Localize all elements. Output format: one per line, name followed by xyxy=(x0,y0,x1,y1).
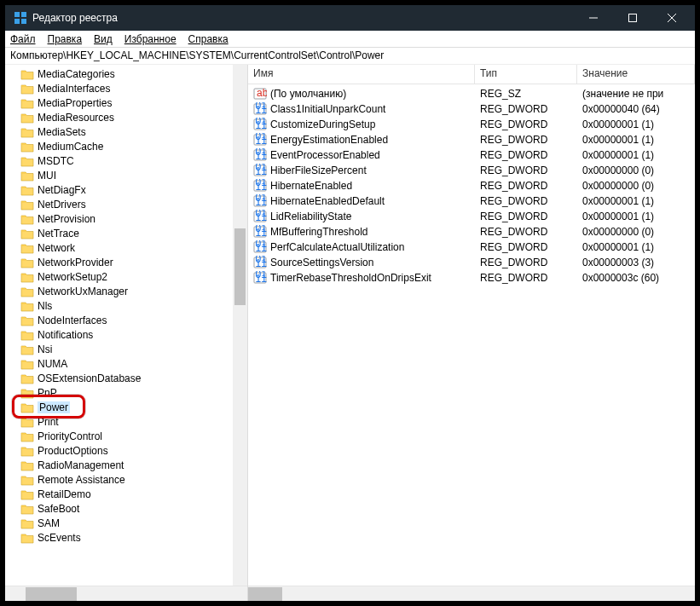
tree-item[interactable]: Notifications xyxy=(9,327,247,342)
list-row[interactable]: EnergyEstimationEnabledREG_DWORD0x000000… xyxy=(248,132,695,147)
folder-icon xyxy=(20,184,34,196)
tree-item[interactable]: Nsi xyxy=(9,342,247,356)
folder-icon xyxy=(20,488,34,500)
tree-item[interactable]: MSDTC xyxy=(9,153,247,168)
list-row[interactable]: (По умолчанию)REG_SZ(значение не при xyxy=(248,86,695,101)
minimize-button[interactable] xyxy=(574,5,613,31)
folder-icon xyxy=(20,126,34,138)
tree-horizontal-scrollbar[interactable] xyxy=(5,586,247,601)
folder-icon xyxy=(20,358,34,370)
close-button[interactable] xyxy=(652,5,691,31)
tree-item[interactable]: NetProvision xyxy=(9,211,247,226)
tree-item[interactable]: Network xyxy=(9,240,247,255)
folder-icon xyxy=(20,155,34,167)
column-value[interactable]: Значение xyxy=(577,65,695,84)
tree-item[interactable]: Remote Assistance xyxy=(9,472,247,487)
column-type[interactable]: Тип xyxy=(475,65,577,84)
tree-item[interactable]: MUI xyxy=(9,168,247,182)
tree-item[interactable]: NetDiagFx xyxy=(9,182,247,197)
folder-icon xyxy=(20,68,34,80)
tree-item-label: RetailDemo xyxy=(38,488,91,500)
tree-vertical-scrollbar[interactable] xyxy=(233,65,247,586)
tree-item[interactable]: ScEvents xyxy=(9,530,247,545)
tree-item[interactable]: MediaSets xyxy=(9,124,247,139)
tree-item-label: MediaInterfaces xyxy=(38,83,110,95)
tree-item-label: OSExtensionDatabase xyxy=(38,372,141,384)
value-data: 0x00000000 (0) xyxy=(577,226,695,238)
menu-edit[interactable]: Правка xyxy=(48,33,83,45)
svg-rect-5 xyxy=(629,14,637,22)
tree-item[interactable]: Print xyxy=(9,414,247,429)
tree-item[interactable]: NetDrivers xyxy=(9,197,247,211)
folder-icon xyxy=(20,343,34,355)
tree-item[interactable]: NetworkProvider xyxy=(9,255,247,269)
tree-item[interactable]: MediaProperties xyxy=(9,95,247,110)
tree[interactable]: MediaCategoriesMediaInterfacesMediaPrope… xyxy=(5,65,247,586)
svg-rect-0 xyxy=(14,12,20,17)
tree-item[interactable]: NetworkUxManager xyxy=(9,284,247,298)
menu-view[interactable]: Вид xyxy=(94,33,113,45)
tree-item[interactable]: OSExtensionDatabase xyxy=(9,371,247,385)
tree-item-label: Nsi xyxy=(38,343,52,355)
tree-item[interactable]: RadioManagement xyxy=(9,458,247,472)
list-row[interactable]: EventProcessorEnabledREG_DWORD0x00000001… xyxy=(248,147,695,163)
tree-item-label: Network xyxy=(38,242,75,254)
value-name: Class1InitialUnparkCount xyxy=(270,103,385,115)
menu-help[interactable]: Справка xyxy=(188,33,229,45)
tree-item[interactable]: Nls xyxy=(9,298,247,313)
tree-item[interactable]: MediumCache xyxy=(9,139,247,153)
list-row[interactable]: HiberFileSizePercentREG_DWORD0x00000000 … xyxy=(248,163,695,178)
list-row[interactable]: HibernateEnabledREG_DWORD0x00000000 (0) xyxy=(248,178,695,193)
tree-item[interactable]: NUMA xyxy=(9,356,247,371)
tree-item-label: NetDiagFx xyxy=(38,184,86,196)
value-data: 0x00000001 (1) xyxy=(577,241,695,253)
tree-item[interactable]: SAM xyxy=(9,516,247,530)
folder-icon xyxy=(20,242,34,254)
list-row[interactable]: SourceSettingsVersionREG_DWORD0x00000003… xyxy=(248,255,695,270)
tree-item[interactable]: MediaCategories xyxy=(9,66,247,81)
list-row[interactable]: Class1InitialUnparkCountREG_DWORD0x00000… xyxy=(248,101,695,117)
tree-item[interactable]: MediaInterfaces xyxy=(9,81,247,95)
scrollbar-thumb[interactable] xyxy=(248,587,282,601)
tree-item[interactable]: NetTrace xyxy=(9,226,247,240)
maximize-button[interactable] xyxy=(613,5,652,31)
list-row[interactable]: PerfCalculateActualUtilizationREG_DWORD0… xyxy=(248,240,695,255)
tree-item[interactable]: PriorityControl xyxy=(9,429,247,443)
tree-item[interactable]: NodeInterfaces xyxy=(9,313,247,327)
list-row[interactable]: MfBufferingThresholdREG_DWORD0x00000000 … xyxy=(248,224,695,240)
list-row[interactable]: CustomizeDuringSetupREG_DWORD0x00000001 … xyxy=(248,117,695,132)
list-horizontal-scrollbar[interactable] xyxy=(248,586,695,601)
reg-dword-icon xyxy=(253,102,267,116)
tree-item[interactable]: SafeBoot xyxy=(9,501,247,516)
value-name: TimerRebaseThresholdOnDripsExit xyxy=(270,272,431,284)
folder-icon xyxy=(20,503,34,515)
column-name[interactable]: Имя xyxy=(248,65,475,84)
scrollbar-thumb[interactable] xyxy=(234,228,246,305)
tree-item[interactable]: Power xyxy=(9,400,247,414)
menu-fav[interactable]: Избранное xyxy=(124,33,176,45)
tree-item[interactable]: NetworkSetup2 xyxy=(9,269,247,284)
value-type: REG_DWORD xyxy=(475,195,577,207)
reg-dword-icon xyxy=(253,225,267,239)
tree-item-label: MediaProperties xyxy=(38,97,112,109)
list-row[interactable]: LidReliabilityStateREG_DWORD0x00000001 (… xyxy=(248,209,695,224)
list-row[interactable]: TimerRebaseThresholdOnDripsExitREG_DWORD… xyxy=(248,270,695,286)
folder-icon xyxy=(20,141,34,153)
tree-item[interactable]: PnP xyxy=(9,385,247,400)
value-data: 0x00000000 (0) xyxy=(577,164,695,176)
value-name: PerfCalculateActualUtilization xyxy=(270,241,404,253)
tree-item-label: NetworkSetup2 xyxy=(38,271,107,283)
tree-item[interactable]: MediaResources xyxy=(9,110,247,124)
folder-icon xyxy=(20,459,34,471)
menu-file[interactable]: Файл xyxy=(10,33,36,45)
tree-item[interactable]: RetailDemo xyxy=(9,487,247,501)
value-type: REG_DWORD xyxy=(475,226,577,238)
list[interactable]: (По умолчанию)REG_SZ(значение не приClas… xyxy=(248,84,695,287)
list-row[interactable]: HibernateEnabledDefaultREG_DWORD0x000000… xyxy=(248,193,695,209)
scrollbar-thumb[interactable] xyxy=(26,587,77,601)
folder-icon xyxy=(20,387,34,399)
addressbar[interactable]: Компьютер\HKEY_LOCAL_MACHINE\SYSTEM\Curr… xyxy=(5,48,695,65)
tree-item[interactable]: ProductOptions xyxy=(9,443,247,458)
value-data: 0x00000001 (1) xyxy=(577,149,695,161)
folder-icon xyxy=(20,315,34,326)
